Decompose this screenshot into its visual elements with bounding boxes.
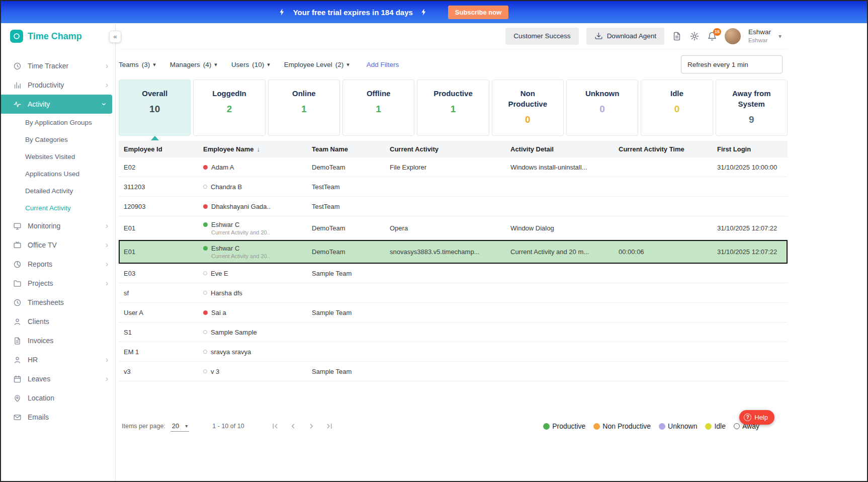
legend-dot-icon (659, 423, 665, 430)
employee-subtext: Current Activity and 20.. (203, 253, 307, 259)
table-row[interactable]: EM 1sravya sravya (119, 342, 788, 362)
notification-badge: 15 (713, 28, 721, 36)
sidebar-item-productivity[interactable]: Productivity› (1, 75, 115, 95)
table-row[interactable]: User ASai aSample Team (119, 303, 788, 323)
sidebar-item-projects[interactable]: Projects› (1, 274, 115, 293)
sidebar-item-emails[interactable]: Emails (1, 408, 115, 427)
cell-activity-detail: Window Dialog (505, 224, 614, 232)
add-filters-link[interactable]: Add Filters (367, 61, 399, 68)
cell-team-name: TestTeam (307, 183, 385, 191)
sidebar-item-label: Projects (28, 279, 100, 287)
refresh-interval-value: Refresh every 1 min (687, 61, 748, 68)
sidebar-item-office-tv[interactable]: Office TV› (1, 235, 115, 255)
user-avatar[interactable] (725, 28, 741, 44)
status-card-value: 10 (119, 104, 190, 115)
filter-label: Managers (170, 61, 200, 68)
sidebar-item-label: Time Tracker (28, 62, 100, 70)
table-row[interactable]: E01Eshwar CCurrent Activity and 20..Demo… (119, 240, 788, 264)
status-card-label: Away from System (725, 88, 777, 109)
sidebar-item-leaves[interactable]: Leaves› (1, 369, 115, 388)
table-row[interactable]: S1Sample Sample (119, 323, 788, 342)
table-row[interactable]: E02Adam ADemoTeamFile ExplorerWindows in… (119, 157, 788, 177)
column-header-activity-detail[interactable]: Activity Detail (505, 145, 614, 153)
filter-managers-dropdown[interactable]: Managers(4)▾ (170, 61, 217, 68)
sidebar-item-invoices[interactable]: Invoices (1, 331, 115, 350)
cell-current-activity: Opera (385, 224, 505, 232)
person-icon (13, 356, 22, 364)
legend-dot-icon (705, 423, 712, 430)
user-menu[interactable]: Eshwar Eshwar (748, 28, 771, 44)
status-card-value: 1 (343, 104, 414, 115)
sidebar-item-hr[interactable]: HR› (1, 350, 115, 369)
settings-gear-icon[interactable] (689, 31, 700, 41)
status-card-value: 2 (194, 104, 265, 115)
status-card-online[interactable]: Online1 (268, 79, 340, 136)
sidebar-item-reports[interactable]: Reports› (1, 255, 115, 274)
activity-pulse-icon (13, 100, 22, 109)
sidebar-subitem-websites-visited[interactable]: Websites Visited (1, 148, 115, 165)
status-card-idle[interactable]: Idle0 (641, 79, 713, 136)
sidebar-collapse-button[interactable]: « (109, 31, 121, 43)
sidebar-item-time-tracker[interactable]: Time Tracker› (1, 56, 115, 75)
status-card-value: 0 (567, 104, 638, 115)
user-menu-caret-icon[interactable]: ▾ (778, 33, 782, 40)
brand[interactable]: Time Champ (1, 23, 115, 49)
sidebar-item-activity[interactable]: Activity› (1, 95, 112, 114)
status-card-unknown[interactable]: Unknown0 (566, 79, 638, 136)
sidebar-item-timesheets[interactable]: Timesheets (1, 293, 115, 312)
table-row[interactable]: 120903Dhakshayani Gada..TestTeam (119, 197, 788, 216)
column-header-current-activity[interactable]: Current Activity (385, 145, 505, 153)
status-card-overall[interactable]: Overall10 (119, 79, 191, 136)
status-card-productive[interactable]: Productive1 (417, 79, 489, 136)
clock-icon (13, 62, 22, 70)
table-row[interactable]: E03Eve ESample Team (119, 264, 788, 283)
status-dot-red-icon (203, 165, 208, 170)
column-header-employee-name[interactable]: Employee Name↓ (198, 145, 307, 153)
filter-count: (2) (335, 61, 344, 68)
sidebar-item-location[interactable]: Location (1, 388, 115, 408)
notifications-bell-icon[interactable]: 15 (707, 31, 717, 41)
sidebar-item-clients[interactable]: Clients (1, 312, 115, 331)
subscribe-button[interactable]: Subscribe now (448, 6, 508, 19)
filter-users-dropdown[interactable]: Users(10)▾ (231, 61, 270, 68)
previous-page-button[interactable] (287, 420, 300, 433)
document-icon[interactable] (672, 31, 682, 41)
caret-down-icon: ▾ (214, 61, 217, 68)
download-agent-button[interactable]: Download Agent (586, 28, 664, 45)
status-card-offline[interactable]: Offline1 (342, 79, 414, 136)
filter-employee-level-dropdown[interactable]: Employee Level(2)▾ (284, 61, 350, 68)
status-card-loggedin[interactable]: LoggedIn2 (193, 79, 265, 136)
bar-chart-icon (13, 81, 22, 90)
refresh-interval-select[interactable]: Refresh every 1 min (681, 55, 783, 73)
sidebar-subitem-detailed-activity[interactable]: Detailed Activity (1, 182, 115, 199)
sidebar-subitem-by-categories[interactable]: By Categories (1, 131, 115, 148)
column-header-current-activity-time[interactable]: Current Activity Time (614, 145, 712, 153)
sidebar-item-monitoring[interactable]: Monitoring› (1, 216, 115, 235)
sidebar-item-label: Leaves (28, 375, 100, 383)
legend-productive: Productive (543, 422, 585, 430)
status-dot-hollow-icon (203, 330, 207, 334)
column-header-team-name[interactable]: Team Name (307, 145, 385, 153)
person-icon (13, 317, 22, 326)
customer-success-button[interactable]: Customer Success (505, 28, 578, 45)
help-button[interactable]: ? Help (739, 410, 774, 425)
next-page-button[interactable] (305, 420, 318, 433)
first-page-button[interactable] (269, 420, 282, 433)
status-card-non-productive[interactable]: Non Productive0 (492, 79, 564, 136)
table-row[interactable]: E01Eshwar CCurrent Activity and 20..Demo… (119, 216, 788, 240)
table-row[interactable]: v3v 3Sample Team (119, 362, 788, 381)
next-page-icon (307, 422, 316, 431)
items-per-page-select[interactable]: 20 ▾ (170, 421, 190, 432)
sidebar-subitem-current-activity[interactable]: Current Activity (1, 199, 115, 216)
filter-teams-dropdown[interactable]: Teams(3)▾ (119, 61, 156, 68)
sidebar-subitem-applications-used[interactable]: Applications Used (1, 165, 115, 182)
last-page-button[interactable] (323, 420, 336, 433)
status-card-away-from-system[interactable]: Away from System9 (716, 79, 788, 136)
cell-team-name: Sample Team (307, 270, 385, 277)
employee-subtext: Current Activity and 20.. (203, 229, 307, 235)
column-header-first-login[interactable]: First Login (712, 145, 788, 153)
sidebar-subitem-by-application-groups[interactable]: By Application Groups (1, 114, 115, 131)
table-row[interactable]: 311203Chandra BTestTeam (119, 177, 788, 197)
column-header-employee-id[interactable]: Employee Id (119, 145, 198, 153)
table-row[interactable]: sfHarsha dfs (119, 283, 788, 303)
